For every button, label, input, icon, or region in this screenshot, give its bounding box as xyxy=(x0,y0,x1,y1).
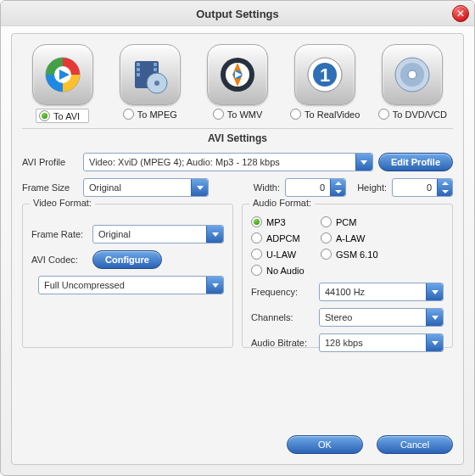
bitrate-combo[interactable]: 128 kbps xyxy=(319,333,444,352)
radio-icon xyxy=(251,232,262,244)
avi-codec-label: AVI Codec: xyxy=(31,255,87,265)
svg-point-19 xyxy=(408,70,416,79)
svg-rect-7 xyxy=(154,68,157,71)
svg-point-10 xyxy=(154,81,159,86)
chevron-down-icon xyxy=(426,334,443,351)
chevron-down-icon xyxy=(191,179,208,196)
avi-icon xyxy=(32,44,93,105)
radio-icon xyxy=(251,265,262,276)
radio-icon xyxy=(213,109,224,120)
audio-radio-noaudio[interactable]: No Audio xyxy=(251,265,336,276)
codec-combo[interactable]: Full Uncompressed xyxy=(38,276,224,294)
audio-radio-alaw[interactable]: A-LAW xyxy=(321,232,382,244)
ok-button[interactable]: OK xyxy=(287,435,363,454)
bitrate-row: Audio Bitrate: 128 kbps xyxy=(251,333,444,352)
avi-codec-row: AVI Codec: Configure xyxy=(31,250,224,269)
close-icon: ✕ xyxy=(456,8,465,20)
svg-rect-4 xyxy=(137,68,140,71)
window-title: Output Settings xyxy=(196,8,279,20)
audio-radio-ulaw[interactable]: U-LAW xyxy=(251,249,312,260)
avi-profile-combo[interactable]: Video: XviD (MPEG 4); Audio: Mp3 - 128 k… xyxy=(83,153,373,171)
height-spinner[interactable]: 0 xyxy=(392,178,453,197)
radio-icon xyxy=(321,216,332,227)
format-wmv[interactable]: To WMV xyxy=(197,44,277,123)
codec-value-row: Full Uncompressed xyxy=(31,276,224,294)
section-title: AVI Settings xyxy=(22,132,453,144)
frequency-combo[interactable]: 44100 Hz xyxy=(319,283,444,301)
close-button[interactable]: ✕ xyxy=(452,5,469,22)
format-tabs: To AVI To MPEG To WMV 1 To xyxy=(22,44,453,123)
svg-rect-6 xyxy=(154,63,157,66)
channels-combo[interactable]: Stereo xyxy=(319,308,444,327)
format-realvideo-radio[interactable]: To RealVideo xyxy=(287,107,363,121)
format-realvideo[interactable]: 1 To RealVideo xyxy=(285,44,366,123)
frame-size-combo[interactable]: Original xyxy=(83,178,209,197)
audio-radio-pcm[interactable]: PCM xyxy=(321,216,382,227)
audio-format-title: Audio Format: xyxy=(249,198,315,208)
video-format-group: Video Format: Frame Rate: Original AVI C… xyxy=(22,204,233,348)
svg-text:1: 1 xyxy=(320,64,330,86)
avi-profile-label: AVI Profile xyxy=(22,157,78,167)
mpeg-icon xyxy=(120,44,181,105)
audio-codec-radios: MP3 PCM ADPCM A-LAW U-LAW GSM 6.10 No Au… xyxy=(251,216,444,276)
spinner-buttons[interactable] xyxy=(437,179,452,196)
main-panel: To AVI To MPEG To WMV 1 To xyxy=(11,33,464,465)
frame-size-label: Frame Size xyxy=(22,182,78,193)
audio-format-group: Audio Format: MP3 PCM ADPCM A-LAW U-LAW … xyxy=(242,204,453,348)
avi-profile-row: AVI Profile Video: XviD (MPEG 4); Audio:… xyxy=(22,153,453,171)
channels-label: Channels: xyxy=(251,312,314,322)
width-spinner[interactable]: 0 xyxy=(285,178,346,197)
format-dvdvcd[interactable]: To DVD/VCD xyxy=(372,44,453,123)
frequency-row: Frequency: 44100 Hz xyxy=(251,283,444,301)
height-label: Height: xyxy=(351,182,387,193)
audio-radio-adpcm[interactable]: ADPCM xyxy=(251,232,312,244)
radio-icon xyxy=(378,109,389,120)
channels-row: Channels: Stereo xyxy=(251,308,444,327)
cancel-button[interactable]: Cancel xyxy=(377,435,453,454)
wmv-icon xyxy=(207,44,268,105)
svg-rect-5 xyxy=(137,73,140,76)
chevron-down-icon xyxy=(426,283,443,300)
realvideo-icon: 1 xyxy=(294,44,355,105)
frame-size-row: Frame Size Original Width: 0 Height: 0 xyxy=(22,178,453,197)
format-dvdvcd-radio[interactable]: To DVD/VCD xyxy=(375,107,450,121)
audio-radio-mp3[interactable]: MP3 xyxy=(251,216,312,227)
dialog-buttons: OK Cancel xyxy=(287,435,453,454)
format-avi-radio[interactable]: To AVI xyxy=(36,109,89,123)
chevron-down-icon xyxy=(355,154,372,171)
title-bar: Output Settings ✕ xyxy=(1,1,474,26)
radio-icon xyxy=(251,216,262,227)
radio-icon xyxy=(39,110,50,121)
bitrate-label: Audio Bitrate: xyxy=(251,338,314,348)
spinner-buttons[interactable] xyxy=(330,179,345,196)
radio-icon xyxy=(321,249,332,260)
width-label: Width: xyxy=(244,182,280,193)
frame-rate-label: Frame Rate: xyxy=(31,229,87,239)
separator xyxy=(22,128,453,129)
radio-icon xyxy=(321,232,332,244)
format-avi[interactable]: To AVI xyxy=(22,44,103,123)
video-format-title: Video Format: xyxy=(30,198,95,208)
audio-radio-gsm[interactable]: GSM 6.10 xyxy=(321,249,382,260)
frequency-label: Frequency: xyxy=(251,287,314,297)
radio-icon xyxy=(290,109,301,120)
format-mpeg[interactable]: To MPEG xyxy=(109,44,190,123)
frame-rate-combo[interactable]: Original xyxy=(92,225,224,244)
chevron-down-icon xyxy=(206,226,223,243)
svg-rect-3 xyxy=(137,63,140,66)
chevron-down-icon xyxy=(426,309,443,326)
radio-icon xyxy=(251,249,262,260)
format-mpeg-radio[interactable]: To MPEG xyxy=(120,107,181,121)
frame-rate-row: Frame Rate: Original xyxy=(31,225,224,244)
radio-icon xyxy=(123,109,134,120)
edit-profile-button[interactable]: Edit Profile xyxy=(378,153,453,171)
configure-button[interactable]: Configure xyxy=(92,250,162,269)
dvd-icon xyxy=(382,44,443,105)
chevron-down-icon xyxy=(206,277,223,294)
format-wmv-radio[interactable]: To WMV xyxy=(210,107,266,121)
